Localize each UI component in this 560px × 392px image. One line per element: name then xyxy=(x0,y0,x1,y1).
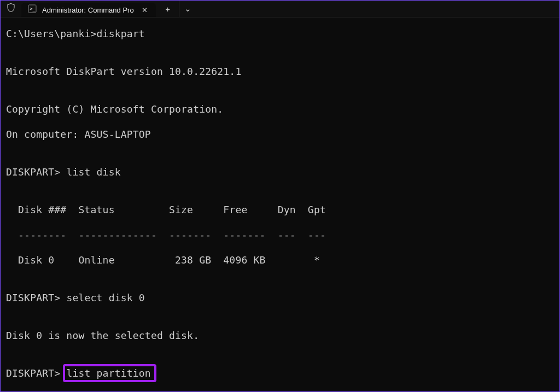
svg-text:>_: >_ xyxy=(30,6,36,11)
terminal-window: >_ Administrator: Command Pro ✕ + ⌄ C:\U… xyxy=(0,0,560,392)
terminal-output[interactable]: C:\Users\panki>diskpart Microsoft DiskPa… xyxy=(1,17,559,392)
disk-table-divider: -------- ------------- ------- ------- -… xyxy=(6,229,554,241)
new-tab-button[interactable]: + xyxy=(159,1,177,17)
select-disk-result: Disk 0 is now the selected disk. xyxy=(6,329,554,342)
prompt-path: C:\Users\panki> xyxy=(6,28,97,39)
command-text: diskpart xyxy=(97,28,145,39)
admin-shield-icon xyxy=(1,1,21,17)
diskpart-prompt: DISKPART> xyxy=(6,292,66,303)
diskpart-copyright: Copyright (C) Microsoft Corporation. xyxy=(6,103,554,115)
command-prompt-icon: >_ xyxy=(28,4,37,15)
diskpart-banner: Microsoft DiskPart version 10.0.22621.1 xyxy=(6,65,554,78)
tab-title: Administrator: Command Pro xyxy=(42,6,134,14)
diskpart-computer: On computer: ASUS-LAPTOP xyxy=(6,128,554,141)
titlebar[interactable]: >_ Administrator: Command Pro ✕ + ⌄ xyxy=(1,1,559,17)
disk-table-header: Disk ### Status Size Free Dyn Gpt xyxy=(6,203,554,216)
tab-dropdown-button[interactable]: ⌄ xyxy=(179,1,197,17)
command-text: list partition xyxy=(66,367,151,379)
tab-close-button[interactable]: ✕ xyxy=(139,4,150,15)
diskpart-prompt: DISKPART> xyxy=(6,166,66,178)
command-text: list disk xyxy=(66,166,120,178)
command-text: select disk 0 xyxy=(66,292,144,303)
disk-table-row: Disk 0 Online 238 GB 4096 KB * xyxy=(6,254,554,266)
active-tab[interactable]: >_ Administrator: Command Pro ✕ xyxy=(21,3,156,17)
diskpart-prompt: DISKPART> xyxy=(6,367,66,379)
